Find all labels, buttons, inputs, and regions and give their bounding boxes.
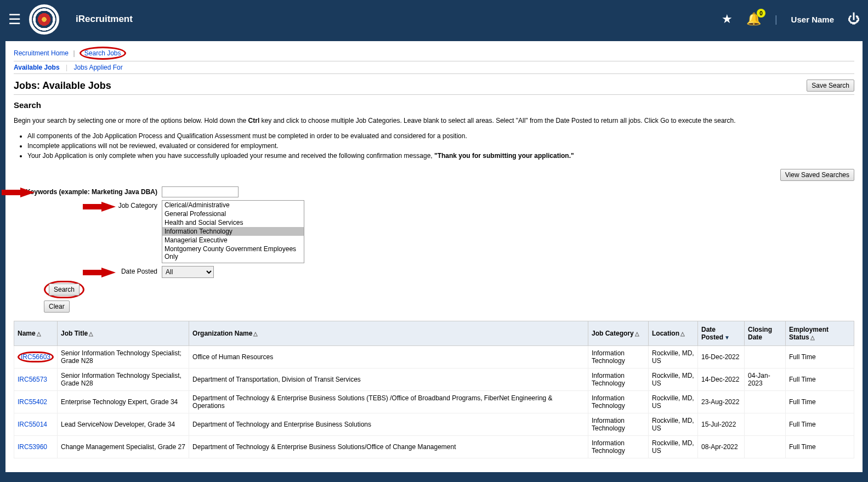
category-option[interactable]: Health and Social Services	[162, 218, 304, 227]
cell-name: IRC53960	[14, 435, 58, 458]
search-form: Keywords (example: Marketing Java DBA) J…	[14, 186, 854, 313]
app-title: iRecruitment	[76, 14, 133, 25]
instruction-bullets: All components of the Job Application Pr…	[27, 131, 854, 161]
hamburger-menu-icon[interactable]: ☰	[8, 11, 21, 28]
search-button[interactable]: Search	[49, 283, 80, 296]
breadcrumb-home-link[interactable]: Recruitment Home	[14, 49, 69, 57]
page-header: Jobs: Available Jobs Save Search	[14, 80, 854, 95]
cell-category: Information Technology	[588, 345, 649, 368]
annotation-circle: Search	[44, 281, 84, 298]
cell-organization: Department of Technology and Enterprise …	[189, 413, 588, 435]
cell-date-posted: 14-Dec-2022	[698, 368, 745, 390]
view-saved-searches-button[interactable]: View Saved Searches	[780, 169, 854, 181]
category-option[interactable]: Public Safety	[162, 261, 304, 263]
col-header-name[interactable]: Name△	[14, 321, 58, 345]
cell-name: IRC56603	[14, 345, 58, 368]
view-saved-row: View Saved Searches	[14, 169, 854, 181]
cell-location: Rockville, MD, US	[649, 368, 698, 390]
tab-divider: |	[66, 64, 67, 71]
col-header-closing-date[interactable]: Closing Date	[745, 321, 786, 345]
sort-asc-icon: △	[37, 331, 41, 337]
table-row: IRC55402Enterprise Technology Expert, Gr…	[14, 390, 854, 413]
top-bar: ☰ iRecruitment ★ 🔔 0 | User Name ⏻	[0, 0, 868, 38]
cell-job-title: Senior Information Technology Specialist…	[58, 368, 189, 390]
content-area: Recruitment Home | Search Jobs Available…	[5, 41, 863, 472]
page-title: Jobs: Available Jobs	[14, 80, 111, 92]
table-row: IRC55014Lead ServiceNow Developer, Grade…	[14, 413, 854, 435]
bullet-item: All components of the Job Application Pr…	[27, 131, 854, 141]
cell-organization: Department of Technology & Enterprise Bu…	[189, 390, 588, 413]
category-option[interactable]: Managerial Executive	[162, 236, 304, 245]
category-option[interactable]: Clerical/Administrative	[162, 201, 304, 209]
cell-category: Information Technology	[588, 368, 649, 390]
cell-employment-status: Full Time	[786, 435, 854, 458]
search-buttons: Search Clear	[44, 281, 854, 313]
cell-location: Rockville, MD, US	[649, 435, 698, 458]
tab-available-jobs[interactable]: Available Jobs	[14, 64, 60, 71]
breadcrumb-current-link[interactable]: Search Jobs	[84, 49, 121, 57]
cell-closing-date	[745, 435, 786, 458]
cell-category: Information Technology	[588, 435, 649, 458]
annotation-arrow-icon	[101, 202, 116, 212]
cell-organization: Department of Technology & Enterprise Bu…	[189, 435, 588, 458]
cell-category: Information Technology	[588, 413, 649, 435]
category-option[interactable]: Montgomery County Government Employees O…	[162, 245, 304, 261]
annotation-circle: IRC56603	[18, 351, 54, 362]
star-icon[interactable]: ★	[722, 12, 733, 26]
county-seal-logo[interactable]	[29, 4, 59, 35]
col-header-job-title[interactable]: Job Title△	[58, 321, 189, 345]
cell-date-posted: 08-Apr-2022	[698, 435, 745, 458]
search-section-title: Search	[14, 100, 854, 110]
breadcrumb: Recruitment Home | Search Jobs	[14, 47, 854, 60]
cell-job-title: Change Management Specialist, Grade 27	[58, 435, 189, 458]
table-row: IRC56573Senior Information Technology Sp…	[14, 368, 854, 390]
tab-jobs-applied-for[interactable]: Jobs Applied For	[73, 64, 122, 71]
col-header-category[interactable]: Job Category△	[588, 321, 649, 345]
cell-name: IRC56573	[14, 368, 58, 390]
sort-asc-icon: △	[89, 331, 93, 337]
cell-date-posted: 15-Jul-2022	[698, 413, 745, 435]
keywords-row: Keywords (example: Marketing Java DBA)	[14, 186, 854, 197]
category-option[interactable]: Information Technology	[162, 227, 304, 236]
cell-closing-date	[745, 413, 786, 435]
annotation-arrow-icon	[20, 188, 35, 197]
power-icon[interactable]: ⏻	[848, 12, 860, 26]
clear-button[interactable]: Clear	[44, 300, 70, 313]
date-posted-select[interactable]: All	[162, 266, 214, 278]
sort-asc-icon: △	[253, 331, 258, 337]
bullet-item: Incomplete applications will not be revi…	[27, 141, 854, 151]
col-header-location[interactable]: Location△	[649, 321, 698, 345]
breadcrumb-separator: |	[73, 49, 75, 57]
notifications-button[interactable]: 🔔 0	[746, 12, 761, 26]
keywords-label: Keywords (example: Marketing Java DBA)	[14, 186, 162, 196]
keywords-input[interactable]	[162, 186, 239, 197]
sort-asc-icon: △	[810, 334, 815, 341]
col-header-date-posted[interactable]: Date Posted▼	[698, 321, 745, 345]
user-name-label[interactable]: User Name	[791, 15, 834, 24]
category-option[interactable]: General Professional	[162, 209, 304, 218]
cell-category: Information Technology	[588, 390, 649, 413]
sort-desc-icon: ▼	[724, 334, 730, 341]
save-search-button[interactable]: Save Search	[807, 80, 854, 92]
job-id-link[interactable]: IRC53960	[18, 443, 47, 451]
notification-count-badge: 0	[757, 9, 765, 18]
cell-location: Rockville, MD, US	[649, 390, 698, 413]
job-category-select[interactable]: Clerical/AdministrativeGeneral Professio…	[162, 200, 304, 263]
col-header-employment-status[interactable]: Employment Status△	[786, 321, 854, 345]
job-id-link[interactable]: IRC55014	[18, 421, 47, 428]
cell-job-title: Lead ServiceNow Developer, Grade 34	[58, 413, 189, 435]
cell-organization: Department of Transportation, Division o…	[189, 368, 588, 390]
job-id-link[interactable]: IRC55402	[18, 398, 47, 406]
bullet-item: Your Job Application is only complete wh…	[27, 151, 854, 161]
search-section: Search Begin your search by selecting on…	[14, 100, 854, 458]
job-id-link[interactable]: IRC56603	[21, 353, 50, 361]
job-id-link[interactable]: IRC56573	[18, 376, 47, 383]
cell-employment-status: Full Time	[786, 390, 854, 413]
cell-employment-status: Full Time	[786, 345, 854, 368]
cell-organization: Office of Human Resources	[189, 345, 588, 368]
results-table: Name△ Job Title△ Organization Name△ Job …	[14, 321, 854, 458]
cell-date-posted: 16-Dec-2022	[698, 345, 745, 368]
cell-job-title: Senior Information Technology Specialist…	[58, 345, 189, 368]
col-header-organization[interactable]: Organization Name△	[189, 321, 588, 345]
annotation-arrow-icon	[101, 268, 116, 277]
